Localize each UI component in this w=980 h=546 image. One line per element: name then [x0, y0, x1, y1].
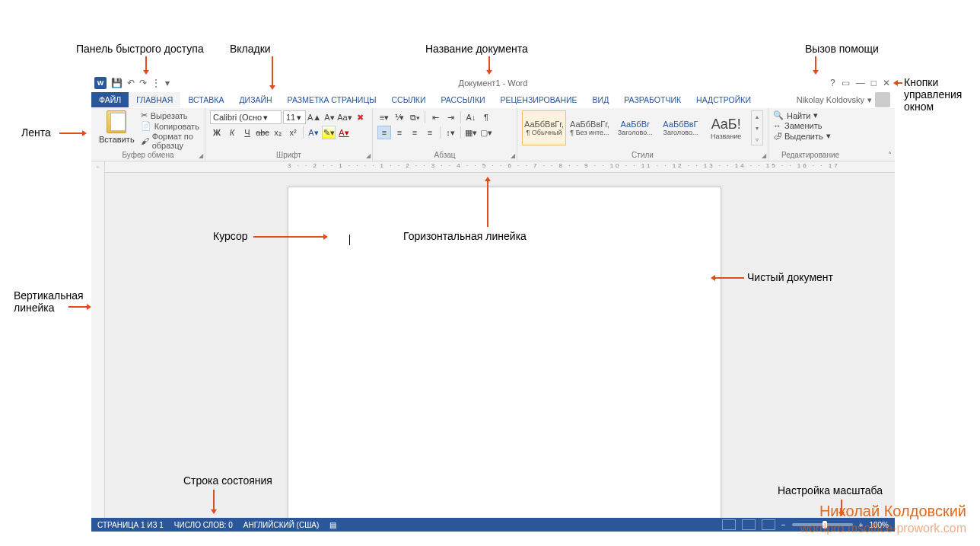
text-cursor: [349, 235, 350, 245]
chevron-down-icon[interactable]: ▾: [752, 123, 762, 133]
clipboard-dialog-icon[interactable]: ◢: [199, 152, 203, 159]
style-normal[interactable]: АаБбВвГг, ¶ Обычный: [522, 110, 566, 145]
align-center-icon[interactable]: ≡: [393, 126, 406, 139]
status-language[interactable]: АНГЛИЙСКИЙ (США): [243, 521, 320, 529]
tab-addins[interactable]: НАДСТРОЙКИ: [689, 92, 759, 107]
status-page[interactable]: СТРАНИЦА 1 ИЗ 1: [97, 521, 164, 529]
tab-file[interactable]: ФАЙЛ: [91, 92, 129, 107]
tab-home[interactable]: ГЛАВНАЯ: [129, 92, 180, 107]
clear-format-icon[interactable]: ✖: [353, 110, 367, 124]
justify-icon[interactable]: ≡: [423, 126, 437, 139]
style-heading2[interactable]: АаБбВвГ Заголово...: [659, 110, 703, 145]
minimize-icon[interactable]: —: [856, 78, 865, 88]
show-marks-icon[interactable]: ¶: [479, 110, 493, 124]
save-icon[interactable]: 💾: [111, 78, 123, 88]
font-size-combo[interactable]: 11 ▾: [283, 110, 306, 124]
status-words[interactable]: ЧИСЛО СЛОВ: 0: [174, 521, 233, 529]
underline-button[interactable]: Ч: [240, 126, 254, 139]
cut-button[interactable]: ✂Вырезать: [141, 110, 200, 120]
align-right-icon[interactable]: ≡: [408, 126, 422, 139]
cursor-icon: ⮰: [773, 132, 781, 141]
view-read-icon[interactable]: [722, 519, 736, 530]
undo-icon[interactable]: ↶: [127, 78, 135, 88]
group-font-label: Шрифт: [210, 151, 368, 159]
font-color-icon[interactable]: A▾: [337, 126, 351, 139]
tab-design[interactable]: ДИЗАЙН: [231, 92, 279, 107]
style-no-spacing[interactable]: АаБбВвГг, ¶ Без инте...: [568, 110, 612, 145]
chevron-up-icon[interactable]: ▴: [752, 111, 762, 122]
brush-icon: 🖌: [141, 136, 149, 145]
tab-references[interactable]: ССЫЛКИ: [383, 92, 433, 107]
tab-layout[interactable]: РАЗМЕТКА СТРАНИЦЫ: [280, 92, 384, 107]
multilevel-icon[interactable]: ⧉▾: [408, 110, 422, 124]
styles-dialog-icon[interactable]: ◢: [762, 152, 766, 159]
copy-button[interactable]: 📄Копировать: [141, 121, 200, 131]
user-account[interactable]: Nikolay Koldovsky ▾: [797, 92, 895, 107]
search-icon: 🔍: [773, 110, 784, 120]
status-bar: СТРАНИЦА 1 ИЗ 1 ЧИСЛО СЛОВ: 0 АНГЛИЙСКИЙ…: [91, 518, 895, 532]
font-name-combo[interactable]: Calibri (Осно ▾: [210, 110, 282, 124]
italic-button[interactable]: К: [225, 126, 239, 139]
bullets-icon[interactable]: ≡▾: [377, 110, 391, 124]
qat-dropdown-icon[interactable]: ▾: [165, 78, 170, 88]
tab-review[interactable]: РЕЦЕНЗИРОВАНИЕ: [493, 92, 585, 107]
macro-icon[interactable]: ▤: [329, 521, 336, 529]
style-title[interactable]: АаБ! Название: [704, 110, 748, 145]
tab-view[interactable]: ВИД: [585, 92, 617, 107]
strikethrough-button[interactable]: abc: [256, 126, 269, 139]
paragraph-dialog-icon[interactable]: ◢: [511, 152, 515, 159]
indent-decrease-icon[interactable]: ⇤: [428, 110, 442, 124]
highlight-icon[interactable]: ✎▾: [322, 126, 336, 139]
titlebar: W 💾 ↶ ↷ ⋮ ▾ Документ1 - Word ? ▭ — □ ✕: [91, 75, 895, 91]
avatar: [875, 92, 890, 107]
paste-label: Вставить: [99, 135, 135, 144]
ruler-corner[interactable]: ▫: [91, 161, 105, 173]
font-dialog-icon[interactable]: ◢: [366, 152, 371, 159]
horizontal-ruler[interactable]: 3 · · 2 · · 1 · · · · 1 · · 2 · · 3 · · …: [105, 161, 895, 172]
ribbon-display-icon[interactable]: ▭: [842, 78, 850, 88]
help-icon[interactable]: ?: [830, 78, 835, 88]
scissors-icon: ✂: [141, 110, 148, 120]
tab-insert[interactable]: ВСТАВКА: [180, 92, 231, 107]
zoom-out-icon[interactable]: −: [781, 521, 786, 529]
line-spacing-icon[interactable]: ↕▾: [444, 126, 457, 139]
maximize-icon[interactable]: □: [871, 78, 877, 88]
view-print-icon[interactable]: [742, 519, 756, 530]
grow-font-icon[interactable]: A▲: [307, 110, 321, 124]
redo-icon[interactable]: ↷: [139, 78, 147, 88]
replace-button[interactable]: ↔Заменить: [773, 121, 848, 130]
user-name: Nikolay Koldovsky: [797, 95, 864, 104]
group-styles-label: Стили: [522, 151, 763, 159]
superscript-button[interactable]: x²: [286, 126, 300, 139]
document-title: Документ1 - Word: [459, 78, 528, 88]
annot-ribbon: Лента: [21, 126, 51, 139]
borders-icon[interactable]: ▢▾: [479, 126, 493, 139]
annot-doctitle: Название документа: [425, 43, 528, 55]
shrink-font-icon[interactable]: A▾: [323, 110, 336, 124]
style-heading1[interactable]: АаБбВг Заголово...: [613, 110, 657, 145]
subscript-button[interactable]: x₂: [271, 126, 285, 139]
view-web-icon[interactable]: [762, 519, 775, 530]
bold-button[interactable]: Ж: [210, 126, 224, 139]
select-button[interactable]: ⮰Выделить ▾: [773, 131, 848, 141]
align-left-icon[interactable]: ≡: [377, 126, 391, 139]
word-app-icon[interactable]: W: [94, 77, 107, 89]
indent-increase-icon[interactable]: ⇥: [444, 110, 457, 124]
annot-help: Вызов помощи: [805, 43, 879, 55]
shading-icon[interactable]: ▦▾: [464, 126, 478, 139]
tab-mailings[interactable]: РАССЫЛКИ: [434, 92, 493, 107]
format-painter-button[interactable]: 🖌Формат по образцу: [141, 132, 200, 150]
expand-icon[interactable]: ▿: [752, 134, 762, 145]
text-effects-icon[interactable]: A▾: [307, 126, 320, 139]
touch-mode-icon[interactable]: ⋮: [151, 78, 161, 88]
change-case-icon[interactable]: Aa▾: [338, 110, 352, 124]
sort-icon[interactable]: A↓: [464, 110, 478, 124]
vertical-ruler[interactable]: [91, 173, 105, 532]
close-icon[interactable]: ✕: [883, 78, 890, 88]
paste-button[interactable]: Вставить: [96, 110, 138, 144]
styles-scroll[interactable]: ▴ ▾ ▿: [751, 110, 763, 145]
collapse-ribbon-icon[interactable]: ˄: [888, 151, 892, 159]
tab-developer[interactable]: РАЗРАБОТЧИК: [616, 92, 689, 107]
numbering-icon[interactable]: ⅟▾: [393, 110, 406, 124]
find-button[interactable]: 🔍Найти ▾: [773, 110, 848, 120]
